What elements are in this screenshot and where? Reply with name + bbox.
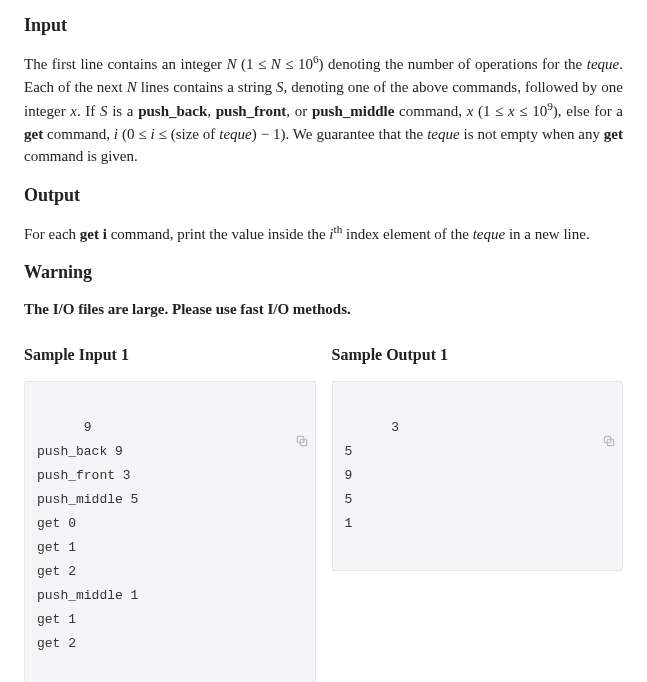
output-heading: Output <box>24 182 623 209</box>
sample-output-text: 3 5 9 5 1 <box>345 420 400 531</box>
sample-output-box: 3 5 9 5 1 <box>332 381 624 571</box>
copy-icon[interactable] <box>295 386 309 400</box>
samples-row: Sample Input 1 9 push_back 9 push_front … <box>24 343 623 683</box>
output-paragraph: For each get i command, print the value … <box>24 221 623 246</box>
input-heading: Input <box>24 12 623 39</box>
warning-heading: Warning <box>24 259 623 286</box>
sample-input-col: Sample Input 1 9 push_back 9 push_front … <box>24 343 316 683</box>
sample-output-col: Sample Output 1 3 5 9 5 1 <box>332 343 624 683</box>
sample-output-title: Sample Output 1 <box>332 343 624 367</box>
sample-input-title: Sample Input 1 <box>24 343 316 367</box>
sample-input-text: 9 push_back 9 push_front 3 push_middle 5… <box>37 420 138 651</box>
warning-text: The I/O files are large. Please use fast… <box>24 298 623 321</box>
sample-input-box: 9 push_back 9 push_front 3 push_middle 5… <box>24 381 316 683</box>
input-paragraph: The first line contains an integer N (1 … <box>24 51 623 168</box>
copy-icon[interactable] <box>602 386 616 400</box>
